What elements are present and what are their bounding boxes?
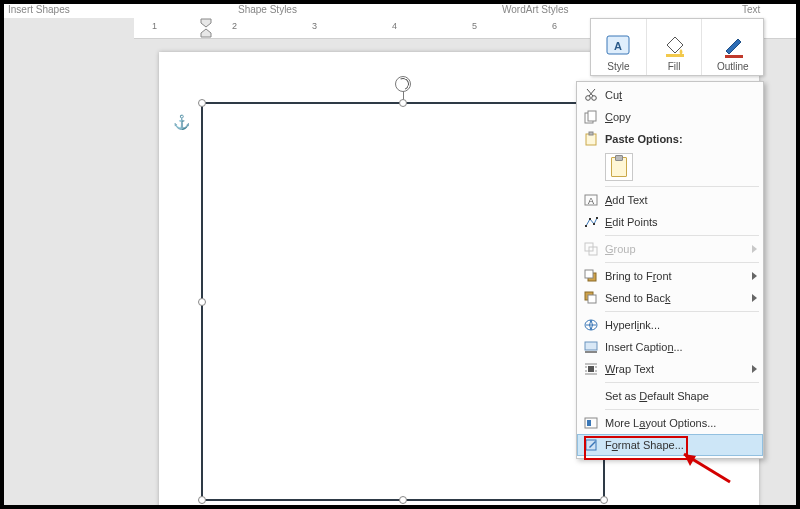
svg-rect-28 — [585, 351, 597, 353]
svg-text:A: A — [614, 40, 622, 52]
ribbon-group-insert-shapes: Insert Shapes — [8, 4, 70, 15]
paste-icon — [581, 129, 601, 149]
menu-edit-points[interactable]: Edit Points — [577, 211, 763, 233]
svg-rect-29 — [588, 366, 594, 372]
svg-rect-17 — [589, 218, 591, 220]
fill-bucket-icon — [661, 33, 687, 59]
edit-points-icon — [581, 212, 601, 232]
submenu-arrow-icon — [752, 245, 757, 253]
svg-rect-16 — [585, 225, 587, 227]
screenshot-frame: Insert Shapes Shape Styles WordArt Style… — [0, 0, 800, 509]
add-text-icon: A — [581, 190, 601, 210]
svg-text:A: A — [588, 196, 594, 206]
menu-hyperlink[interactable]: Hyperlink... — [577, 314, 763, 336]
menu-edit-points-label: Edit Points — [605, 216, 757, 228]
svg-point-7 — [592, 96, 597, 101]
menu-separator — [605, 382, 759, 383]
object-anchor-icon: ⚓ — [173, 114, 190, 130]
menu-send-to-back[interactable]: Send to Back — [577, 287, 763, 309]
menu-separator — [605, 409, 759, 410]
ruler-number: 3 — [312, 21, 317, 31]
paste-options-gallery — [577, 150, 763, 184]
menu-cut-label: Cut — [605, 89, 757, 101]
ribbon-group-text: Text — [742, 4, 760, 15]
svg-rect-4 — [666, 54, 684, 57]
bring-to-front-icon — [581, 266, 601, 286]
menu-send-to-back-label: Send to Back — [605, 292, 748, 304]
resize-handle-n[interactable] — [399, 99, 407, 107]
svg-rect-25 — [588, 295, 596, 303]
mini-toolbar-style[interactable]: A Style — [591, 19, 646, 75]
svg-marker-0 — [201, 19, 211, 27]
menu-cut[interactable]: Cut — [577, 84, 763, 106]
menu-format-shape[interactable]: Format Shape... — [577, 434, 763, 456]
menu-group-label: Group — [605, 243, 748, 255]
resize-handle-se[interactable] — [600, 496, 608, 504]
menu-bring-to-front[interactable]: Bring to Front — [577, 265, 763, 287]
ruler-number: 2 — [232, 21, 237, 31]
paste-option-keep-source[interactable] — [605, 153, 633, 181]
submenu-arrow-icon — [752, 365, 757, 373]
ribbon-group-shape-styles: Shape Styles — [238, 4, 297, 15]
submenu-arrow-icon — [752, 272, 757, 280]
style-gallery-icon: A — [605, 33, 631, 59]
svg-marker-1 — [201, 29, 211, 37]
ruler-number: 5 — [472, 21, 477, 31]
ribbon-group-labels: Insert Shapes Shape Styles WordArt Style… — [4, 4, 796, 18]
indent-marker-first-line[interactable] — [200, 18, 212, 28]
copy-icon — [581, 107, 601, 127]
svg-rect-23 — [585, 270, 593, 278]
mini-toolbar-outline[interactable]: Outline — [701, 19, 763, 75]
menu-add-text[interactable]: A Add Text — [577, 189, 763, 211]
mini-toolbar: A Style Fill Outline — [590, 18, 764, 76]
mini-toolbar-fill[interactable]: Fill — [646, 19, 702, 75]
hyperlink-icon — [581, 315, 601, 335]
menu-set-as-default-shape[interactable]: Set as Default Shape — [577, 385, 763, 407]
rotation-handle[interactable] — [395, 76, 411, 92]
menu-separator — [605, 186, 759, 187]
scissors-icon — [581, 85, 601, 105]
menu-wrap-text[interactable]: Wrap Text — [577, 358, 763, 380]
clipboard-icon — [611, 157, 627, 177]
indent-marker-hanging[interactable] — [200, 28, 212, 38]
blank-icon — [581, 386, 601, 406]
mini-toolbar-fill-label: Fill — [668, 61, 681, 72]
svg-rect-13 — [589, 132, 593, 135]
svg-rect-27 — [585, 342, 597, 350]
workspace: 1 2 3 4 5 6 7 ⚓ — [4, 18, 796, 505]
menu-insert-caption[interactable]: Insert Caption... — [577, 336, 763, 358]
svg-rect-12 — [586, 134, 596, 145]
menu-more-layout-options[interactable]: More Layout Options... — [577, 412, 763, 434]
format-shape-icon — [581, 435, 601, 455]
mini-toolbar-style-label: Style — [607, 61, 629, 72]
submenu-arrow-icon — [752, 294, 757, 302]
menu-format-shape-label: Format Shape... — [605, 439, 757, 451]
svg-rect-5 — [725, 55, 743, 58]
resize-handle-nw[interactable] — [198, 99, 206, 107]
menu-copy-label: Copy — [605, 111, 757, 123]
menu-paste-options-label: Paste Options: — [605, 133, 757, 145]
outline-pen-icon — [720, 33, 746, 59]
menu-group: Group — [577, 238, 763, 260]
svg-rect-37 — [587, 420, 591, 426]
menu-paste-options-header: Paste Options: — [577, 128, 763, 150]
menu-separator — [605, 311, 759, 312]
ruler-number: 1 — [152, 21, 157, 31]
shape-context-menu: Cut Copy Paste Options: A Add Text — [576, 81, 764, 459]
menu-insert-caption-label: Insert Caption... — [605, 341, 757, 353]
layout-icon — [581, 413, 601, 433]
menu-more-layout-options-label: More Layout Options... — [605, 417, 757, 429]
resize-handle-w[interactable] — [198, 298, 206, 306]
menu-wrap-text-label: Wrap Text — [605, 363, 748, 375]
svg-rect-11 — [588, 111, 596, 121]
resize-handle-sw[interactable] — [198, 496, 206, 504]
ribbon-group-wordart-styles: WordArt Styles — [502, 4, 569, 15]
resize-handle-s[interactable] — [399, 496, 407, 504]
svg-rect-19 — [596, 217, 598, 219]
send-to-back-icon — [581, 288, 601, 308]
menu-hyperlink-label: Hyperlink... — [605, 319, 757, 331]
mini-toolbar-outline-label: Outline — [717, 61, 749, 72]
menu-copy[interactable]: Copy — [577, 106, 763, 128]
rectangle-shape[interactable] — [201, 102, 605, 501]
group-icon — [581, 239, 601, 259]
